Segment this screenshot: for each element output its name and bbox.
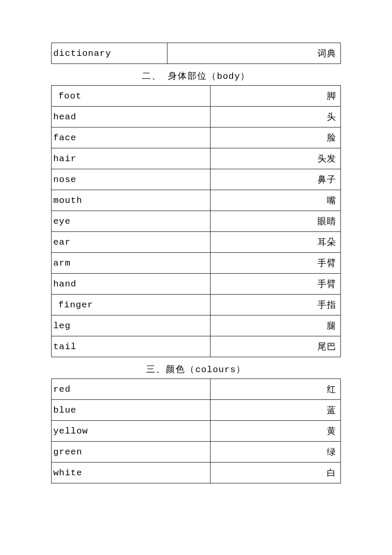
english-cell: nose: [52, 169, 210, 190]
english-cell: green: [52, 442, 210, 462]
english-cell: yellow: [52, 421, 210, 442]
table-row: head头: [52, 107, 341, 127]
chinese-cell: 红: [210, 379, 341, 400]
english-cell: blue: [52, 400, 210, 421]
table-row: arm手臂: [52, 253, 341, 274]
chinese-cell: 黄: [210, 421, 341, 442]
heading-prefix: 二、 身体部位（: [142, 72, 217, 81]
english-cell: dictionary: [52, 43, 167, 64]
table-row: dictionary 词典: [52, 43, 341, 64]
english-cell: head: [52, 107, 210, 127]
table-row: green绿: [52, 442, 341, 462]
chinese-cell: 头发: [210, 148, 341, 169]
chinese-cell: 腿: [210, 315, 341, 336]
english-cell: finger: [52, 295, 210, 315]
chinese-cell: 脸: [210, 127, 341, 148]
english-cell: mouth: [52, 190, 210, 211]
chinese-cell: 白: [210, 462, 341, 483]
chinese-cell: 眼睛: [210, 211, 341, 232]
table-row: nose鼻子: [52, 169, 341, 190]
colours-table: red红 blue蓝 yellow黄 green绿 white白: [51, 379, 341, 483]
chinese-cell: 头: [210, 107, 341, 127]
table-row: yellow黄: [52, 421, 341, 442]
table-row: hair头发: [52, 148, 341, 169]
table-row: face脸: [52, 127, 341, 148]
top-table: dictionary 词典: [51, 43, 341, 64]
table-row: mouth嘴: [52, 190, 341, 211]
table-row: blue蓝: [52, 400, 341, 421]
chinese-cell: 手指: [210, 295, 341, 315]
chinese-cell: 嘴: [210, 190, 341, 211]
table-row: foot脚: [52, 86, 341, 107]
chinese-cell: 鼻子: [210, 169, 341, 190]
heading-prefix: 三、颜色（: [146, 365, 195, 375]
table-row: white白: [52, 462, 341, 483]
english-cell: red: [52, 379, 210, 400]
table-row: tail尾巴: [52, 336, 341, 357]
english-cell: face: [52, 127, 210, 148]
english-cell: leg: [52, 315, 210, 336]
english-cell: hand: [52, 274, 210, 295]
chinese-cell: 蓝: [210, 400, 341, 421]
chinese-cell: 脚: [210, 86, 341, 107]
table-row: leg腿: [52, 315, 341, 336]
table-row: eye眼睛: [52, 211, 341, 232]
heading-suffix: ）: [240, 72, 250, 81]
english-cell: eye: [52, 211, 210, 232]
heading-mono: body: [217, 72, 240, 81]
english-cell: foot: [52, 86, 210, 107]
chinese-cell: 尾巴: [210, 336, 341, 357]
english-cell: ear: [52, 232, 210, 253]
chinese-cell: 词典: [167, 43, 340, 64]
chinese-cell: 手臂: [210, 253, 341, 274]
section-heading-body: 二、 身体部位（body）: [51, 64, 341, 85]
table-row: ear耳朵: [52, 232, 341, 253]
chinese-cell: 绿: [210, 442, 341, 462]
section-heading-colours: 三、颜色（colours）: [51, 357, 341, 379]
body-table: foot脚 head头 face脸 hair头发 nose鼻子 mouth嘴 e…: [51, 85, 341, 357]
english-cell: tail: [52, 336, 210, 357]
chinese-cell: 耳朵: [210, 232, 341, 253]
chinese-cell: 手臂: [210, 274, 341, 295]
table-row: finger手指: [52, 295, 341, 315]
page: dictionary 词典 二、 身体部位（body） foot脚 head头 …: [0, 0, 392, 509]
heading-mono: colours: [195, 365, 236, 375]
heading-suffix: ）: [236, 365, 246, 375]
table-row: red红: [52, 379, 341, 400]
english-cell: white: [52, 462, 210, 483]
english-cell: hair: [52, 148, 210, 169]
english-cell: arm: [52, 253, 210, 274]
table-row: hand手臂: [52, 274, 341, 295]
